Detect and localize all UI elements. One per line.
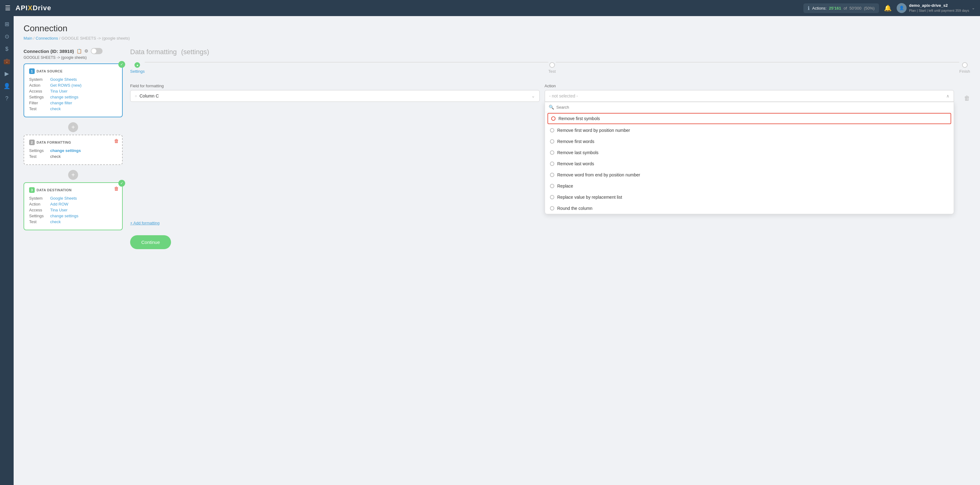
add-btn-2[interactable]: + [68,170,78,180]
card2-delete-btn[interactable]: 🗑 [114,138,119,144]
actions-count: 25'161 [829,6,841,11]
step-settings-label: Settings [130,69,145,74]
breadcrumb: Main / Connections / GOOGLE SHEETS -> (g… [24,36,970,41]
actions-pct: (50%) [864,6,875,11]
delete-row-icon[interactable]: 🗑 [964,95,970,102]
dropdown-item-0[interactable]: Remove first symbols [547,113,951,124]
connection-toggle[interactable] [91,48,103,54]
continue-button[interactable]: Continue [130,235,171,249]
card1-access-value[interactable]: Tina User [50,89,68,94]
data-destination-card: ✓ 🗑 3 DATA DESTINATION System Google She… [24,182,123,230]
dropdown-item-2[interactable]: Remove first words [545,136,954,147]
card3-row-access: Access Tina User [29,208,117,212]
left-panel: Connection (ID: 38910) 📋 ⚙ GOOGLE SHEETS… [24,48,123,249]
dropdown-item-5[interactable]: Remove word from end by position number [545,169,954,181]
card3-action-value[interactable]: Add ROW [50,202,68,206]
sidebar-item-billing[interactable]: $ [1,43,13,54]
action-placeholder: - not selected - [549,94,578,98]
copy-icon[interactable]: 📋 [76,49,82,54]
step-finish-label: Finish [959,69,970,74]
card1-row-action: Action Get ROWS (new) [29,83,117,87]
section-title: Data formatting (settings) [130,48,970,56]
user-menu[interactable]: 👤 demo_apix-drive_s2 Plan | Start | left… [897,3,975,13]
card3-title: 3 DATA DESTINATION [29,187,117,193]
logo: APIXDrive [16,4,51,12]
dropdown-item-4[interactable]: Remove last words [545,158,954,169]
card1-filter-value[interactable]: change filter [50,101,72,105]
dropdown-item-label-7: Replace value by replacement list [557,195,622,200]
card1-system-value[interactable]: Google Sheets [50,77,77,82]
sidebar-item-templates[interactable]: 💼 [1,56,13,67]
menu-icon[interactable]: ☰ [5,4,11,12]
dropdown-item-label-6: Replace [557,184,573,189]
dropdown-item-label-3: Remove last symbols [557,150,598,155]
field-icon: ○ [135,94,137,98]
bell-icon[interactable]: 🔔 [884,4,892,12]
card1-action-value[interactable]: Get ROWS (new) [50,83,81,87]
action-group: Action - not selected - ∧ 🔍 [545,84,954,214]
card1-row-test: Test check [29,106,117,111]
action-chevron-icon: ∧ [946,94,949,98]
sidebar-item-profile[interactable]: 👤 [1,81,13,92]
card3-access-value[interactable]: Tina User [50,208,68,212]
sidebar-item-videos[interactable]: ▶ [1,68,13,79]
card3-settings-value[interactable]: change settings [50,214,78,218]
breadcrumb-connections[interactable]: Connections [36,36,58,41]
dropdown-item-label-8: Round the column [557,206,593,211]
card1-test-value[interactable]: check [50,106,61,111]
actions-total: 50'000 [850,6,862,11]
card2-settings-value[interactable]: change settings [50,148,81,153]
sidebar-item-help[interactable]: ? [1,93,13,104]
page-title: Connection [24,24,970,33]
action-select[interactable]: - not selected - ∧ [545,90,954,102]
card2-row-test: Test check [29,154,117,159]
avatar: 👤 [897,3,907,13]
card1-row-system: System Google Sheets [29,77,117,82]
add-btn-1[interactable]: + [68,122,78,132]
card3-delete-btn[interactable]: 🗑 [114,186,119,192]
search-icon: 🔍 [549,105,554,109]
card1-number: 1 [29,68,35,74]
connection-title: Connection (ID: 38910) [24,49,74,54]
radio-0 [551,116,555,121]
data-formatting-card: 🗑 2 DATA FORMATTING Settings change sett… [24,135,123,165]
breadcrumb-main[interactable]: Main [24,36,32,41]
step-finish: Finish [959,62,970,74]
dropdown-item-label-0: Remove first symbols [558,116,600,121]
progress-bar: ● Settings Test Finish [130,62,970,74]
dropdown-item-7[interactable]: Replace value by replacement list [545,192,954,203]
dropdown-item-6[interactable]: Replace [545,181,954,192]
dropdown-search-box: 🔍 [545,102,954,113]
card1-check-badge: ✓ [118,61,125,68]
user-plan: Plan | Start | left until payment 359 da… [909,8,969,13]
dropdown-item-8[interactable]: Round the column [545,203,954,214]
dropdown-item-3[interactable]: Remove last symbols [545,147,954,158]
dropdown-item-1[interactable]: Remove first word by position number [545,125,954,136]
add-formatting-link[interactable]: + Add formatting [130,221,159,225]
card3-test-value[interactable]: check [50,219,61,224]
dropdown-item-label-5: Remove word from end by position number [557,173,640,178]
username: demo_apix-drive_s2 [909,3,969,8]
field-chevron-icon: ⌄ [531,94,535,98]
sidebar-item-connections[interactable]: ⊙ [1,31,13,42]
data-source-card: ✓ 1 DATA SOURCE System Google Sheets Act… [24,63,123,117]
field-select[interactable]: ○ Column C ⌄ [130,90,540,102]
card3-row-settings: Settings change settings [29,214,117,218]
card3-number: 3 [29,187,35,193]
dropdown-item-label-1: Remove first word by position number [557,128,630,133]
sidebar-item-home[interactable]: ⊞ [1,19,13,30]
step-finish-circle [962,62,967,68]
card1-settings-value[interactable]: change settings [50,95,78,99]
radio-2 [550,139,554,144]
card1-title: 1 DATA SOURCE [29,68,117,74]
radio-4 [550,162,554,166]
connection-subtitle: GOOGLE SHEETS -> (google sheets) [24,55,123,60]
action-dropdown: 🔍 Remove first symbols Remove first word… [545,102,954,214]
card3-system-value[interactable]: Google Sheets [50,196,77,201]
dropdown-search-input[interactable] [557,105,950,109]
action-label: Action [545,84,954,88]
right-panel: Data formatting (settings) ● Settings Te… [130,48,970,249]
radio-3 [550,151,554,155]
settings-icon[interactable]: ⚙ [84,49,88,54]
actions-label: Actions: [812,6,826,11]
